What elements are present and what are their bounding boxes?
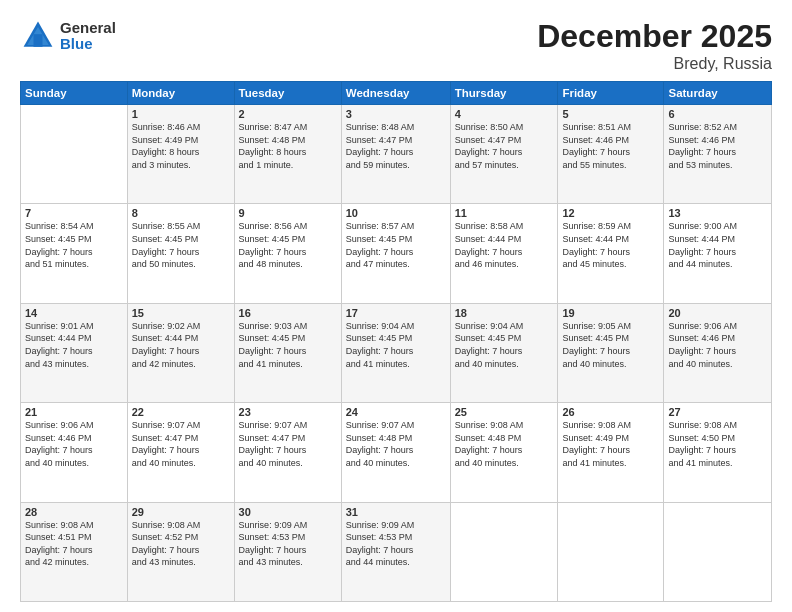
logo: General Blue	[20, 18, 116, 54]
day-number: 24	[346, 406, 446, 418]
day-info: Sunrise: 9:00 AM Sunset: 4:44 PM Dayligh…	[668, 221, 737, 269]
calendar-cell: 4Sunrise: 8:50 AM Sunset: 4:47 PM Daylig…	[450, 105, 558, 204]
day-info: Sunrise: 8:54 AM Sunset: 4:45 PM Dayligh…	[25, 221, 94, 269]
day-number: 4	[455, 108, 554, 120]
day-info: Sunrise: 9:06 AM Sunset: 4:46 PM Dayligh…	[668, 321, 737, 369]
day-info: Sunrise: 9:07 AM Sunset: 4:47 PM Dayligh…	[239, 420, 308, 468]
header: General Blue December 2025 Bredy, Russia	[20, 18, 772, 73]
day-info: Sunrise: 8:50 AM Sunset: 4:47 PM Dayligh…	[455, 122, 524, 170]
day-number: 19	[562, 307, 659, 319]
day-info: Sunrise: 9:08 AM Sunset: 4:48 PM Dayligh…	[455, 420, 524, 468]
day-info: Sunrise: 8:58 AM Sunset: 4:44 PM Dayligh…	[455, 221, 524, 269]
calendar-cell: 18Sunrise: 9:04 AM Sunset: 4:45 PM Dayli…	[450, 303, 558, 402]
calendar-cell: 9Sunrise: 8:56 AM Sunset: 4:45 PM Daylig…	[234, 204, 341, 303]
calendar-cell: 3Sunrise: 8:48 AM Sunset: 4:47 PM Daylig…	[341, 105, 450, 204]
calendar-row-2: 14Sunrise: 9:01 AM Sunset: 4:44 PM Dayli…	[21, 303, 772, 402]
day-info: Sunrise: 9:08 AM Sunset: 4:51 PM Dayligh…	[25, 520, 94, 568]
calendar-cell: 24Sunrise: 9:07 AM Sunset: 4:48 PM Dayli…	[341, 403, 450, 502]
calendar-cell: 15Sunrise: 9:02 AM Sunset: 4:44 PM Dayli…	[127, 303, 234, 402]
svg-rect-2	[34, 34, 43, 47]
calendar-cell	[21, 105, 128, 204]
calendar-cell	[450, 502, 558, 601]
logo-blue-label: Blue	[60, 36, 116, 53]
day-info: Sunrise: 9:02 AM Sunset: 4:44 PM Dayligh…	[132, 321, 201, 369]
day-number: 28	[25, 506, 123, 518]
day-number: 12	[562, 207, 659, 219]
day-number: 2	[239, 108, 337, 120]
day-number: 20	[668, 307, 767, 319]
calendar-cell: 26Sunrise: 9:08 AM Sunset: 4:49 PM Dayli…	[558, 403, 664, 502]
calendar-cell: 29Sunrise: 9:08 AM Sunset: 4:52 PM Dayli…	[127, 502, 234, 601]
th-sunday: Sunday	[21, 82, 128, 105]
calendar-cell	[558, 502, 664, 601]
calendar-subtitle: Bredy, Russia	[537, 55, 772, 73]
day-info: Sunrise: 9:07 AM Sunset: 4:47 PM Dayligh…	[132, 420, 201, 468]
page: General Blue December 2025 Bredy, Russia…	[0, 0, 792, 612]
calendar-cell: 13Sunrise: 9:00 AM Sunset: 4:44 PM Dayli…	[664, 204, 772, 303]
calendar-cell: 8Sunrise: 8:55 AM Sunset: 4:45 PM Daylig…	[127, 204, 234, 303]
calendar-row-4: 28Sunrise: 9:08 AM Sunset: 4:51 PM Dayli…	[21, 502, 772, 601]
calendar-cell: 2Sunrise: 8:47 AM Sunset: 4:48 PM Daylig…	[234, 105, 341, 204]
day-info: Sunrise: 8:57 AM Sunset: 4:45 PM Dayligh…	[346, 221, 415, 269]
day-info: Sunrise: 9:09 AM Sunset: 4:53 PM Dayligh…	[346, 520, 415, 568]
day-info: Sunrise: 9:05 AM Sunset: 4:45 PM Dayligh…	[562, 321, 631, 369]
day-info: Sunrise: 9:07 AM Sunset: 4:48 PM Dayligh…	[346, 420, 415, 468]
calendar-cell: 7Sunrise: 8:54 AM Sunset: 4:45 PM Daylig…	[21, 204, 128, 303]
day-info: Sunrise: 8:48 AM Sunset: 4:47 PM Dayligh…	[346, 122, 415, 170]
calendar-cell: 30Sunrise: 9:09 AM Sunset: 4:53 PM Dayli…	[234, 502, 341, 601]
day-number: 9	[239, 207, 337, 219]
day-number: 15	[132, 307, 230, 319]
th-friday: Friday	[558, 82, 664, 105]
calendar-cell	[664, 502, 772, 601]
day-info: Sunrise: 9:04 AM Sunset: 4:45 PM Dayligh…	[455, 321, 524, 369]
day-number: 13	[668, 207, 767, 219]
day-info: Sunrise: 9:09 AM Sunset: 4:53 PM Dayligh…	[239, 520, 308, 568]
day-info: Sunrise: 8:46 AM Sunset: 4:49 PM Dayligh…	[132, 122, 201, 170]
calendar-cell: 1Sunrise: 8:46 AM Sunset: 4:49 PM Daylig…	[127, 105, 234, 204]
calendar-cell: 16Sunrise: 9:03 AM Sunset: 4:45 PM Dayli…	[234, 303, 341, 402]
day-number: 6	[668, 108, 767, 120]
day-number: 25	[455, 406, 554, 418]
logo-text: General Blue	[60, 20, 116, 53]
day-number: 8	[132, 207, 230, 219]
day-number: 26	[562, 406, 659, 418]
th-thursday: Thursday	[450, 82, 558, 105]
calendar-cell: 17Sunrise: 9:04 AM Sunset: 4:45 PM Dayli…	[341, 303, 450, 402]
day-number: 3	[346, 108, 446, 120]
day-info: Sunrise: 8:56 AM Sunset: 4:45 PM Dayligh…	[239, 221, 308, 269]
calendar-cell: 25Sunrise: 9:08 AM Sunset: 4:48 PM Dayli…	[450, 403, 558, 502]
calendar-cell: 21Sunrise: 9:06 AM Sunset: 4:46 PM Dayli…	[21, 403, 128, 502]
day-number: 17	[346, 307, 446, 319]
day-info: Sunrise: 8:51 AM Sunset: 4:46 PM Dayligh…	[562, 122, 631, 170]
calendar-row-1: 7Sunrise: 8:54 AM Sunset: 4:45 PM Daylig…	[21, 204, 772, 303]
day-number: 29	[132, 506, 230, 518]
calendar-cell: 19Sunrise: 9:05 AM Sunset: 4:45 PM Dayli…	[558, 303, 664, 402]
day-info: Sunrise: 9:03 AM Sunset: 4:45 PM Dayligh…	[239, 321, 308, 369]
day-info: Sunrise: 8:47 AM Sunset: 4:48 PM Dayligh…	[239, 122, 308, 170]
day-info: Sunrise: 8:59 AM Sunset: 4:44 PM Dayligh…	[562, 221, 631, 269]
day-info: Sunrise: 9:01 AM Sunset: 4:44 PM Dayligh…	[25, 321, 94, 369]
calendar-thead: Sunday Monday Tuesday Wednesday Thursday…	[21, 82, 772, 105]
day-number: 14	[25, 307, 123, 319]
calendar-cell: 31Sunrise: 9:09 AM Sunset: 4:53 PM Dayli…	[341, 502, 450, 601]
calendar-title: December 2025	[537, 18, 772, 55]
calendar-body: 1Sunrise: 8:46 AM Sunset: 4:49 PM Daylig…	[21, 105, 772, 602]
day-info: Sunrise: 9:08 AM Sunset: 4:52 PM Dayligh…	[132, 520, 201, 568]
calendar-cell: 28Sunrise: 9:08 AM Sunset: 4:51 PM Dayli…	[21, 502, 128, 601]
th-wednesday: Wednesday	[341, 82, 450, 105]
logo-icon	[20, 18, 56, 54]
title-block: December 2025 Bredy, Russia	[537, 18, 772, 73]
day-number: 31	[346, 506, 446, 518]
calendar-row-3: 21Sunrise: 9:06 AM Sunset: 4:46 PM Dayli…	[21, 403, 772, 502]
calendar-cell: 20Sunrise: 9:06 AM Sunset: 4:46 PM Dayli…	[664, 303, 772, 402]
day-number: 7	[25, 207, 123, 219]
day-info: Sunrise: 9:08 AM Sunset: 4:50 PM Dayligh…	[668, 420, 737, 468]
header-row: Sunday Monday Tuesday Wednesday Thursday…	[21, 82, 772, 105]
day-number: 27	[668, 406, 767, 418]
day-info: Sunrise: 9:06 AM Sunset: 4:46 PM Dayligh…	[25, 420, 94, 468]
calendar-cell: 14Sunrise: 9:01 AM Sunset: 4:44 PM Dayli…	[21, 303, 128, 402]
th-tuesday: Tuesday	[234, 82, 341, 105]
day-number: 30	[239, 506, 337, 518]
calendar-table: Sunday Monday Tuesday Wednesday Thursday…	[20, 81, 772, 602]
calendar-cell: 10Sunrise: 8:57 AM Sunset: 4:45 PM Dayli…	[341, 204, 450, 303]
